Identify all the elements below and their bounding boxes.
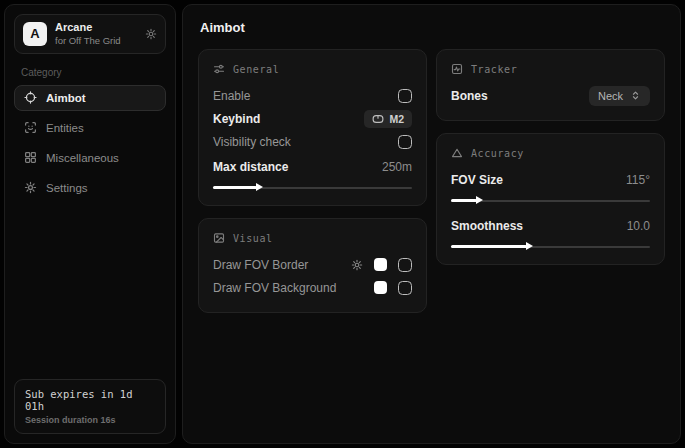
tracker-card: Tracker Bones Neck	[436, 49, 665, 121]
draw-fov-border-controls	[351, 258, 412, 272]
draw-fov-background-controls	[374, 281, 412, 295]
crosshair-icon	[24, 91, 37, 104]
keybind-row: Keybind M2	[213, 107, 412, 130]
draw-fov-border-checkbox[interactable]	[398, 258, 412, 272]
accuracy-card: Accuracy FOV Size 115°	[436, 133, 665, 265]
general-card-title: General	[233, 64, 279, 75]
slider-fill	[451, 199, 477, 202]
visibility-check-label: Visibility check	[213, 135, 291, 149]
tracker-card-header: Tracker	[451, 63, 650, 75]
fov-size-row: FOV Size 115°	[451, 168, 650, 191]
bones-label: Bones	[451, 89, 488, 103]
card-columns: General Enable Keybind	[198, 49, 665, 313]
slider-thumb[interactable]	[526, 242, 533, 250]
enable-checkbox[interactable]	[398, 89, 412, 103]
max-distance-group: Max distance 250m	[213, 155, 412, 192]
sidebar-item-aimbot[interactable]: Aimbot	[14, 85, 166, 111]
slider-fill	[213, 186, 257, 189]
max-distance-value: 250m	[382, 160, 412, 174]
right-column: Tracker Bones Neck	[436, 49, 665, 265]
visual-card: Visual Draw FOV Border	[198, 218, 427, 313]
grid-icon	[24, 151, 37, 164]
max-distance-label: Max distance	[213, 160, 288, 174]
chevrons-up-down-icon	[630, 90, 641, 101]
draw-fov-background-row: Draw FOV Background	[213, 276, 412, 299]
max-distance-slider[interactable]	[213, 183, 412, 192]
arcane-logo: A	[23, 22, 47, 46]
brand-text: Arcane for Off The Grid	[55, 21, 121, 47]
sidebar-item-settings[interactable]: Settings	[14, 175, 166, 201]
sub-expiry-text: Sub expires in 1d 01h	[25, 388, 155, 412]
accuracy-card-title: Accuracy	[471, 148, 524, 159]
sidebar-item-miscellaneous[interactable]: Miscellaneous	[14, 145, 166, 171]
tracker-card-title: Tracker	[471, 64, 517, 75]
draw-fov-background-checkbox[interactable]	[398, 281, 412, 295]
triangle-icon	[451, 147, 463, 159]
smoothness-group: Smoothness 10.0	[451, 214, 650, 251]
bones-selected-value: Neck	[598, 90, 623, 102]
visual-card-title: Visual	[233, 233, 273, 244]
enable-row: Enable	[213, 84, 412, 107]
image-icon	[213, 232, 225, 244]
session-duration-text: Session duration 16s	[25, 415, 155, 425]
fov-size-label: FOV Size	[451, 173, 503, 187]
enable-label: Enable	[213, 89, 250, 103]
general-card: General Enable Keybind	[198, 49, 427, 206]
bones-row: Bones Neck	[451, 84, 650, 107]
fov-border-color-swatch[interactable]	[374, 258, 387, 271]
slider-thumb[interactable]	[256, 183, 263, 191]
sidebar-item-entities[interactable]: Entities	[14, 115, 166, 141]
smoothness-slider[interactable]	[451, 242, 650, 251]
gear-icon[interactable]	[145, 28, 157, 40]
draw-fov-background-label: Draw FOV Background	[213, 281, 336, 295]
main-panel: Aimbot General	[182, 4, 681, 444]
smoothness-value: 10.0	[627, 219, 650, 233]
visibility-check-checkbox[interactable]	[398, 135, 412, 149]
max-distance-row: Max distance 250m	[213, 155, 412, 178]
brand-card: A Arcane for Off The Grid	[14, 14, 166, 54]
app-window: A Arcane for Off The Grid Category	[0, 0, 685, 448]
mouse-icon	[372, 114, 384, 124]
general-card-header: General	[213, 63, 412, 75]
slider-fill	[451, 245, 527, 248]
keybind-button[interactable]: M2	[364, 110, 412, 128]
slider-thumb[interactable]	[476, 196, 483, 204]
fov-size-slider[interactable]	[451, 196, 650, 205]
draw-fov-border-label: Draw FOV Border	[213, 258, 308, 272]
sidebar: A Arcane for Off The Grid Category	[4, 4, 176, 444]
visibility-check-row: Visibility check	[213, 130, 412, 153]
scan-face-icon	[24, 121, 37, 134]
category-label: Category	[21, 67, 159, 78]
sidebar-item-label: Miscellaneous	[46, 152, 119, 164]
brand-subtitle: for Off The Grid	[55, 35, 121, 47]
bones-select[interactable]: Neck	[589, 86, 650, 106]
sliders-icon	[213, 63, 225, 75]
fov-size-value: 115°	[626, 173, 650, 187]
left-column: General Enable Keybind	[198, 49, 427, 313]
sidebar-item-label: Settings	[46, 182, 88, 194]
sidebar-item-label: Aimbot	[46, 92, 86, 104]
keybind-label: Keybind	[213, 112, 260, 126]
page-title: Aimbot	[200, 20, 663, 35]
fov-background-color-swatch[interactable]	[374, 281, 387, 294]
gear-icon[interactable]	[351, 259, 363, 271]
subscription-card: Sub expires in 1d 01h Session duration 1…	[14, 379, 166, 434]
sidebar-item-label: Entities	[46, 122, 84, 134]
smoothness-label: Smoothness	[451, 219, 523, 233]
brand-title: Arcane	[55, 21, 121, 35]
sidebar-nav: Aimbot Entities	[14, 85, 166, 201]
smoothness-row: Smoothness 10.0	[451, 214, 650, 237]
visual-card-header: Visual	[213, 232, 412, 244]
accuracy-card-header: Accuracy	[451, 147, 650, 159]
fov-size-group: FOV Size 115°	[451, 168, 650, 205]
activity-square-icon	[451, 63, 463, 75]
keybind-value: M2	[389, 113, 404, 125]
gear-icon	[24, 181, 37, 194]
draw-fov-border-row: Draw FOV Border	[213, 253, 412, 276]
